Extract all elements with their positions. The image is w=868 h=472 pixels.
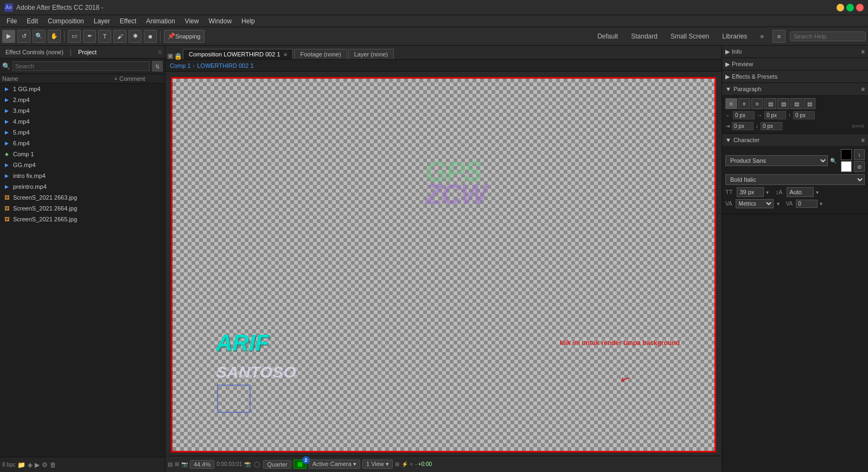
font-size-stepper[interactable]: ▾ [766,189,769,195]
search-help[interactable] [790,31,866,41]
tracking-stepper[interactable]: ▾ [820,201,822,207]
clone-tool[interactable]: ✱ [129,30,142,43]
paragraph-title[interactable]: ▼ Paragraph ≡ [722,83,868,95]
list-item[interactable]: ▶ intro fix.mp4 [0,170,165,181]
view-options-icon[interactable]: ⊞ [395,461,399,467]
comp-tab-menu[interactable]: ≡ [284,52,288,58]
comp-lock-icon[interactable]: 🔒 [175,54,181,59]
brush-tool[interactable]: 🖌 [113,30,126,43]
text-tool[interactable]: T [98,30,111,43]
list-item[interactable]: 🖼 ScreenS_2021 2663.jpg [0,192,165,203]
workspace-mgr[interactable]: ≡ [773,30,786,43]
rect-tool[interactable]: ▭ [68,30,81,43]
breadcrumb-comp1[interactable]: Comp 1 [170,62,191,69]
list-item[interactable]: 🖼 ScreenS_2021 2664.jpg [0,203,165,214]
close-button[interactable] [856,4,864,11]
color-cycle-icon[interactable]: ↕ [854,149,865,160]
metrics-stepper[interactable]: ▾ [777,201,780,207]
font-search-icon[interactable]: 🔍 [830,158,837,164]
font-size-input[interactable] [737,187,764,197]
puppet-tool[interactable]: ☻ [144,30,157,43]
font-style-select[interactable]: Bold Italic [725,174,865,185]
no-fill-icon[interactable]: ⊘ [854,161,865,172]
fill-color-swatch[interactable] [841,149,852,160]
new-item-icon[interactable]: ▶ [35,461,40,469]
para-align-justify-all[interactable]: ▤ [803,98,815,109]
panel-tab-effect-controls[interactable]: Effect Controls (none) [3,49,66,55]
leading-stepper[interactable]: ▾ [816,189,819,195]
menu-help[interactable]: Help [237,16,259,26]
preview-title[interactable]: ▶ Preview [722,58,868,70]
renderer-icon[interactable]: ⚡ [401,461,408,467]
menu-animation[interactable]: Animation [142,16,179,26]
hand-tool[interactable]: ✋ [48,30,61,43]
character-title[interactable]: ▼ Character ≡ [722,134,868,146]
menu-view[interactable]: View [181,16,203,26]
breadcrumb-lowerthird[interactable]: LOWERTHIRD 002 1 [197,62,253,69]
list-item[interactable]: ▶ 4.mp4 [0,116,165,127]
font-family-select[interactable]: Product Sans [725,155,828,166]
settings-icon[interactable]: ⚙ [42,461,48,469]
comp-tab-active[interactable]: Composition LOWERTHIRD 002 1 ≡ [183,49,293,59]
list-item[interactable]: ▶ 5.mp4 [0,127,165,138]
project-search-input[interactable] [12,61,150,71]
canvas-region-icon[interactable]: ▤ [168,461,173,467]
canvas-grid-icon[interactable]: ⊞ [175,461,179,467]
camera-select-btn[interactable]: Active Camera ▾ [309,460,360,469]
color-mgmt-icon[interactable]: ◯ [254,461,260,467]
minus-icon[interactable]: - [415,461,417,467]
menu-edit[interactable]: Edit [22,16,42,26]
tracking-input[interactable] [796,200,818,208]
snapping-toggle[interactable]: 📌 Snapping [164,30,205,43]
para-align-right[interactable]: ≡ [751,98,763,109]
rotation-tool[interactable]: ↺ [17,30,30,43]
list-item[interactable]: ▶ preintro.mp4 [0,181,165,192]
para-align-justify-r[interactable]: ▤ [790,98,802,109]
para-space-after-input[interactable] [761,122,782,130]
flow-icon[interactable]: ≈ [410,461,413,467]
view-btn[interactable]: 1 View ▾ [362,460,393,469]
stroke-color-swatch[interactable] [841,161,852,172]
list-item[interactable]: ▶ GG.mp4 [0,160,165,170]
delete-icon[interactable]: 🗑 [50,461,56,469]
project-sort-icon[interactable]: ⇅ [152,61,163,72]
info-title[interactable]: ▶ Info ≡ [722,46,868,58]
zoom-level-btn[interactable]: 44.4% [190,460,214,469]
metrics-select[interactable]: Metrics [736,199,774,208]
pen-tool[interactable]: ✒ [83,30,96,43]
new-folder-icon[interactable]: 📁 [17,461,25,469]
quality-btn[interactable]: Quarter [263,460,291,469]
para-align-left[interactable]: ≡ [725,98,737,109]
workspace-standard[interactable]: Standard [627,31,662,41]
para-align-justify-c[interactable]: ▤ [777,98,789,109]
panel-menu-icon[interactable]: ≡ [158,48,162,56]
menu-effect[interactable]: Effect [116,16,141,26]
menu-file[interactable]: File [2,16,21,26]
list-item[interactable]: 🖼 ScreenS_2021 2665.jpg [0,214,165,225]
list-item[interactable]: ▶ 1 GG.mp4 [0,84,165,94]
snapshot-icon[interactable]: 📸 [244,461,251,467]
info-menu-icon[interactable]: ≡ [861,48,865,55]
list-item[interactable]: ▶ 6.mp4 [0,138,165,149]
layer-tab[interactable]: Layer (none) [348,49,394,59]
minimize-button[interactable] [837,4,844,11]
canvas-camera-icon[interactable]: 📷 [181,461,188,467]
zoom-tool[interactable]: 🔍 [33,30,46,43]
comp-close-icon[interactable]: × [168,54,173,59]
workspace-default[interactable]: Default [593,31,622,41]
maximize-button[interactable] [846,4,854,11]
menu-window[interactable]: Window [204,16,236,26]
para-right-margin-input[interactable] [764,111,786,119]
effects-title[interactable]: ▶ Effects & Presets [722,71,868,82]
para-align-center[interactable]: ≡ [738,98,750,109]
new-comp-icon[interactable]: ◈ [28,461,33,469]
character-menu-icon[interactable]: ≡ [861,137,865,143]
workspace-libraries[interactable]: Libraries [718,31,751,41]
menu-layer[interactable]: Layer [90,16,114,26]
para-space-before-input[interactable] [793,111,815,119]
panel-tab-project[interactable]: Project [76,49,99,55]
list-item[interactable]: ▶ 2.mp4 [0,94,165,105]
list-item[interactable]: ◈ Comp 1 [0,149,165,160]
para-indent-input[interactable] [732,122,754,130]
list-item[interactable]: ▶ 3.mp4 [0,105,165,116]
